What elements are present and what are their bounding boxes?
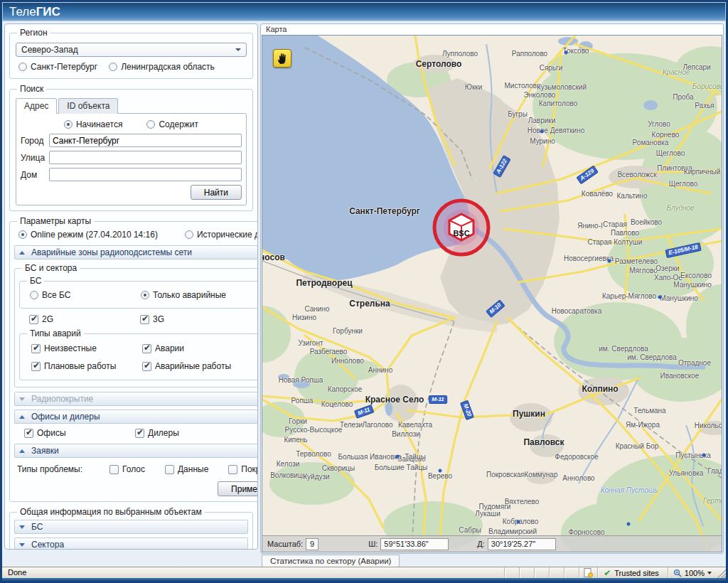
map-label: Стрельна — [349, 299, 390, 309]
checkbox-Данные[interactable]: Данные — [165, 464, 208, 474]
field-input-Дом[interactable] — [49, 168, 242, 181]
map-label: Низино — [292, 314, 316, 321]
checkbox-Голос[interactable]: Голос — [109, 464, 145, 474]
check-mark[interactable] — [142, 362, 151, 371]
panel-tickets[interactable]: Заявки — [14, 444, 258, 458]
tab-ID объекта[interactable]: ID объекта — [58, 98, 118, 114]
map-label: Отрадное — [678, 359, 711, 367]
map-label: Ропша — [291, 397, 314, 405]
check-mark[interactable] — [135, 429, 144, 438]
panel-offices-dealers[interactable]: Офисы и дилеры — [14, 410, 258, 424]
status-cell — [564, 567, 579, 578]
check-mark[interactable] — [109, 465, 119, 474]
tab-Адрес[interactable]: Адрес — [16, 98, 57, 114]
checkbox-Плановые работы[interactable]: Плановые работы — [31, 361, 142, 371]
radio-mark[interactable] — [18, 63, 27, 71]
check-mark[interactable] — [31, 344, 41, 353]
status-text: Done — [2, 567, 504, 578]
radio-mark[interactable] — [18, 230, 27, 239]
map-label: Кавелахта — [398, 421, 432, 429]
map-viewport[interactable]: Санкт-ПетербургСертоловоносовПетродворец… — [262, 35, 722, 552]
checkbox-Офисы[interactable]: Офисы — [24, 428, 135, 438]
map-label: Скворицы — [322, 464, 355, 472]
radio-Санкт-Петербург[interactable]: Санкт-Петербург — [18, 62, 97, 72]
check-mark[interactable] — [142, 344, 151, 353]
map-label: Кобралово — [503, 518, 539, 525]
check-label: Дилеры — [148, 428, 179, 438]
region-combobox-value: Северо-Запад — [21, 45, 78, 55]
chevron-up-icon — [19, 449, 25, 453]
map-label: Павлово — [611, 229, 639, 237]
checkbox-Аварии[interactable]: Аварии — [142, 343, 258, 353]
zoom-level: 100% — [685, 569, 705, 577]
resize-grip[interactable] — [717, 567, 726, 578]
map-label: Куйдузи — [303, 473, 329, 481]
page-security-icon — [579, 567, 597, 578]
check-mark[interactable] — [29, 315, 38, 324]
map-label: Карьер-Мяглово — [602, 292, 656, 300]
panel-alarm-zones[interactable]: Аварийные зоны радиоподсистемы сети — [14, 245, 258, 260]
radio-mark[interactable] — [64, 120, 73, 129]
field-input-Улица[interactable] — [49, 151, 242, 164]
radio-Все БС[interactable]: Все БС — [30, 290, 141, 300]
map-label: Воейково — [631, 218, 662, 226]
zoom-control[interactable]: 100% — [668, 567, 717, 578]
map-label: Лукаши — [475, 510, 500, 518]
radio-Ленинградская область[interactable]: Ленинградская область — [109, 62, 215, 72]
longitude-input[interactable]: 30°19'25.27" — [488, 538, 556, 550]
pan-tool-button[interactable] — [273, 49, 291, 68]
radio-Начинается[interactable]: Начинается — [64, 119, 122, 129]
radio-mark[interactable] — [185, 230, 193, 239]
radio-Содержит[interactable]: Содержит — [146, 119, 198, 129]
field-input-Город[interactable] — [49, 134, 242, 147]
map-label: Манушкино — [673, 281, 712, 289]
map-label: Аннино — [368, 366, 392, 374]
map-label: Красный Бор — [616, 442, 659, 450]
check-mark[interactable] — [140, 315, 149, 324]
check-mark[interactable] — [228, 465, 237, 474]
radio-mark[interactable] — [30, 291, 38, 299]
map-label: Санкт-Петербург — [349, 206, 420, 216]
map-label: Красное Село — [365, 395, 424, 405]
radio-Исторические данные[interactable]: Исторические данные — [185, 230, 258, 240]
map-label: Проба — [673, 93, 693, 101]
region-combobox[interactable]: Северо-Запад — [16, 43, 247, 57]
map-label: Рахья — [695, 102, 714, 109]
map-label: Кузьмоловский — [537, 83, 587, 91]
problem-types-label: Типы проблемы: — [17, 464, 82, 474]
check-mark[interactable] — [165, 465, 174, 474]
radio-mark[interactable] — [146, 120, 155, 129]
radio-mark[interactable] — [109, 63, 117, 71]
map-label: Лупполово — [442, 50, 478, 58]
checkbox-Дилеры[interactable]: Дилеры — [135, 428, 258, 438]
check-mark[interactable] — [31, 362, 41, 371]
check-mark[interactable] — [24, 429, 33, 438]
security-zone[interactable]: Trusted sites — [597, 567, 668, 578]
map-label: им. Свердлова — [599, 345, 648, 353]
map-label: Гертово — [703, 497, 722, 505]
map-label: Владимирский — [488, 528, 537, 535]
section-Сектора[interactable]: Сектора — [14, 537, 248, 550]
radio-Только аварийные[interactable]: Только аварийные — [141, 290, 258, 300]
bs-radios: Все БСТолько аварийные — [24, 289, 258, 303]
panel-radio-coverage[interactable]: Радиопокрытие — [14, 392, 258, 406]
radio-Online режим (27.04.2010 14:16)[interactable]: Online режим (27.04.2010 14:16) — [18, 230, 158, 240]
checkbox-Аварийные работы[interactable]: Аварийные работы — [142, 361, 258, 371]
checkbox-2G[interactable]: 2G — [29, 314, 140, 324]
checkbox-Неизвестные[interactable]: Неизвестные — [31, 343, 142, 353]
section-БС[interactable]: БС — [14, 520, 248, 534]
field-row-Город: Город — [21, 134, 242, 147]
checkbox-3G[interactable]: 3G — [140, 314, 258, 324]
app-title: ТелеГИС — [9, 5, 60, 19]
scale-input[interactable]: 9 — [306, 538, 318, 550]
radio-mark[interactable] — [141, 291, 149, 299]
map-label: Тайцы — [405, 453, 426, 461]
bsc-alarm-marker[interactable]: BSC — [431, 197, 492, 258]
field-label: Дом — [21, 170, 49, 180]
apply-button[interactable]: Применить — [218, 481, 258, 496]
checkbox-Покрытие[interactable]: Покрытие — [228, 464, 258, 474]
latitude-input[interactable]: 59°51'33.86" — [380, 538, 449, 550]
find-button[interactable]: Найти — [191, 185, 242, 200]
map-label: Покровская — [486, 471, 525, 478]
tab-sector-statistics[interactable]: Статистика по сектору (Аварии) — [262, 555, 400, 567]
